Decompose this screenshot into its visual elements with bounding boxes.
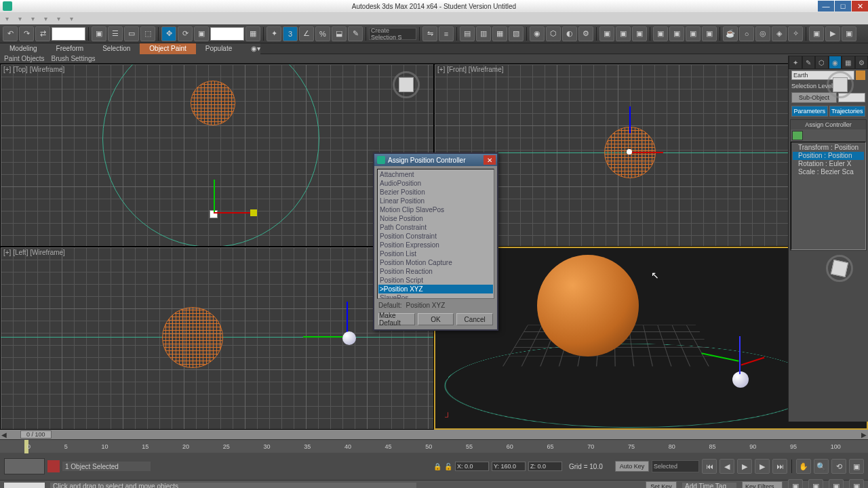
timeline[interactable]: 0510152025303540455055606570758085909510… xyxy=(0,439,868,453)
edit-named-sel-button[interactable]: ✎ xyxy=(348,26,363,41)
object-color-swatch[interactable] xyxy=(856,70,865,80)
gizmo-center[interactable] xyxy=(627,149,632,155)
select-button[interactable]: ▣ xyxy=(92,26,106,41)
r5-button[interactable]: ▣ xyxy=(669,26,684,41)
nav-pan-button[interactable]: ✋ xyxy=(796,459,811,474)
tab-expand[interactable]: ◉▾ xyxy=(241,43,260,54)
play-start-button[interactable]: ⏮ xyxy=(702,459,717,474)
r3-button[interactable]: ▣ xyxy=(632,26,647,41)
earth-sphere[interactable] xyxy=(732,371,749,388)
nav-zoom-button[interactable]: 🔍 xyxy=(814,459,829,474)
cmdtab-hierarchy[interactable]: ⬡ xyxy=(815,56,829,69)
menubar[interactable]: ▾▾▾▾▾▾ xyxy=(0,12,868,24)
maxscript-mini[interactable] xyxy=(4,458,45,474)
layer4-button[interactable]: ▧ xyxy=(509,26,524,41)
render-button[interactable]: ☕ xyxy=(723,26,738,41)
list-item[interactable]: Position Motion Capture xyxy=(378,258,493,267)
ref-coord-dropdown[interactable] xyxy=(210,27,244,41)
spinner-snap-button[interactable]: ⬓ xyxy=(332,26,347,41)
align-button[interactable]: ≡ xyxy=(439,26,454,41)
schematic-button[interactable]: ⬡ xyxy=(546,26,561,41)
tree-item[interactable]: Transform : Position xyxy=(793,144,864,152)
list-item[interactable]: SlavePos xyxy=(378,293,493,299)
cmdtab-utilities[interactable]: ⚙ xyxy=(855,56,869,69)
controller-list[interactable]: Attachment AudioPosition Bezier Position… xyxy=(377,169,494,299)
percent-snap-button[interactable]: % xyxy=(315,26,330,41)
redo-button[interactable]: ↷ xyxy=(19,26,34,41)
r7-button[interactable]: ▣ xyxy=(702,26,717,41)
viewport-left[interactable]: [+] [Left] [Wireframe] xyxy=(0,247,434,430)
rollout-header[interactable]: Assign Controller xyxy=(791,120,866,129)
angle-snap-button[interactable]: ∠ xyxy=(299,26,314,41)
time-slider[interactable]: ◀ 0 / 100 ▶ xyxy=(0,430,868,439)
maximize-button[interactable]: □ xyxy=(835,1,851,12)
layer2-button[interactable]: ▥ xyxy=(476,26,491,41)
list-item[interactable]: Position Expression xyxy=(378,241,493,249)
keyfilters-button[interactable]: Key Filters... xyxy=(742,481,783,489)
close-button[interactable]: ✕ xyxy=(852,1,868,12)
ok-button[interactable]: OK xyxy=(418,313,454,325)
play-prev-button[interactable]: ◀ xyxy=(719,459,734,474)
cmdtab-display[interactable]: ▦ xyxy=(842,56,855,69)
window-crossing-button[interactable]: ⬚ xyxy=(140,26,155,41)
rect-select-button[interactable]: ▭ xyxy=(124,26,139,41)
tree-item[interactable]: Rotation : Euler X xyxy=(793,160,864,168)
lock2-icon[interactable]: 🔓 xyxy=(444,463,452,470)
list-item[interactable]: Attachment xyxy=(378,170,493,179)
tab-selection[interactable]: Selection xyxy=(93,43,140,54)
coord-y[interactable]: Y: 160.0 xyxy=(492,462,526,471)
layers-button[interactable]: ▤ xyxy=(460,26,475,41)
controller-tree[interactable]: Transform : Position Position : Position… xyxy=(791,142,866,250)
render-setup-button[interactable]: ⚙ xyxy=(578,26,593,41)
curve-editor-button[interactable]: ◉ xyxy=(530,26,545,41)
cancel-button[interactable]: Cancel xyxy=(456,313,493,325)
tree-item[interactable]: Position : Position xyxy=(793,152,864,160)
coord-z[interactable]: Z: 0.0 xyxy=(528,462,562,471)
link-dropdown[interactable] xyxy=(52,27,85,41)
r1-button[interactable]: ▣ xyxy=(599,26,614,41)
rotate-button[interactable]: ⟳ xyxy=(178,26,193,41)
layer3-button[interactable]: ▦ xyxy=(492,26,507,41)
o4-button[interactable]: ✧ xyxy=(788,26,803,41)
scale-button[interactable]: ▣ xyxy=(194,26,209,41)
setkey-button[interactable]: Set Key xyxy=(646,481,677,489)
dialog-titlebar[interactable]: Assign Position Controller ✕ xyxy=(374,154,497,166)
list-item[interactable]: >Position XYZ xyxy=(378,285,493,293)
mirror-button[interactable]: ⇋ xyxy=(422,26,437,41)
autokey-button[interactable]: Auto Key xyxy=(615,461,649,472)
list-item[interactable]: Motion Clip SlavePos xyxy=(378,205,493,214)
tab-freeform[interactable]: Freeform xyxy=(47,43,94,54)
o3-button[interactable]: ◈ xyxy=(772,26,787,41)
subtab-paint[interactable]: Paint Objects xyxy=(4,55,44,62)
list-item[interactable]: Path Constraint xyxy=(378,223,493,232)
nav2-1[interactable]: ▣ xyxy=(788,479,803,489)
tab-populate[interactable]: Populate xyxy=(196,43,241,54)
snap-button[interactable]: 3 xyxy=(283,26,298,41)
named-selection-dropdown[interactable]: Create Selection S xyxy=(369,28,416,40)
nav-orbit-button[interactable]: ⟲ xyxy=(831,459,846,474)
r2-button[interactable]: ▣ xyxy=(616,26,631,41)
r6-button[interactable]: ▣ xyxy=(686,26,701,41)
tree-item[interactable]: Scale : Bezier Sca xyxy=(793,168,864,176)
move-button[interactable]: ✥ xyxy=(161,26,176,41)
viewport-label[interactable]: [+] [Front] [Wireframe] xyxy=(437,66,504,73)
nav2-3[interactable]: ▣ xyxy=(829,479,844,489)
r4-button[interactable]: ▣ xyxy=(653,26,668,41)
dialog-close-button[interactable]: ✕ xyxy=(484,155,496,165)
play-button[interactable]: ▶ xyxy=(737,459,752,474)
cmdtab-motion[interactable]: ◉ xyxy=(829,56,842,69)
cmdtab-create[interactable]: ✦ xyxy=(789,56,802,69)
nav2-4[interactable]: ▣ xyxy=(849,479,864,489)
earth-sphere[interactable] xyxy=(342,331,356,345)
coord-x[interactable]: X: 0.0 xyxy=(455,462,489,471)
assign-controller-button[interactable] xyxy=(792,131,803,140)
viewcube[interactable] xyxy=(827,71,854,98)
list-item[interactable]: Bezier Position xyxy=(378,188,493,197)
cmdtab-modify[interactable]: ✎ xyxy=(802,56,816,69)
minimize-button[interactable]: — xyxy=(818,1,834,12)
o5-button[interactable]: ▣ xyxy=(809,26,824,41)
list-item[interactable]: Position List xyxy=(378,249,493,258)
list-item[interactable]: Noise Position xyxy=(378,214,493,223)
viewcube[interactable] xyxy=(393,71,420,98)
list-item[interactable]: Position Script xyxy=(378,276,493,285)
